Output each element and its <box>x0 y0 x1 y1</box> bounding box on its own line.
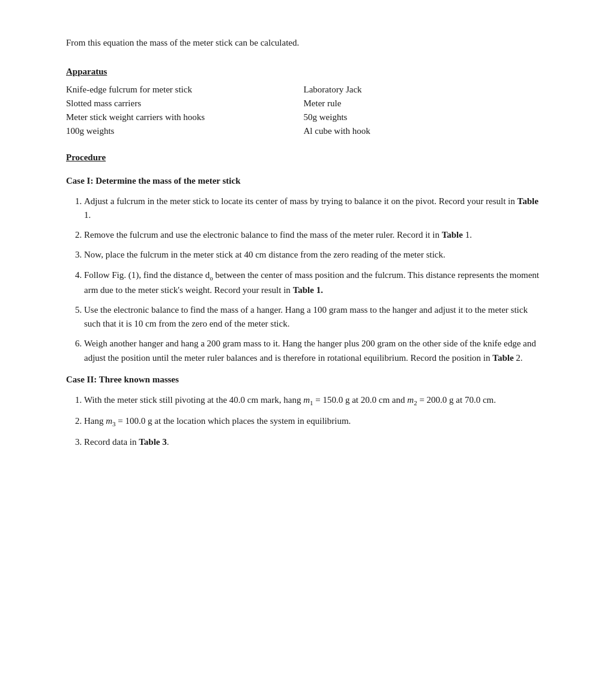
case2-step-3: Record data in Table 3. <box>84 435 541 449</box>
case1-step-5: Use the electronic balance to find the m… <box>84 303 541 331</box>
apparatus-item-left-1: Knife-edge fulcrum for meter stick <box>66 83 304 97</box>
apparatus-item-left-2: Slotted mass carriers <box>66 97 304 110</box>
m3-label: m <box>106 416 112 426</box>
apparatus-item-right-1: Laboratory Jack <box>304 83 542 97</box>
table-ref-2: Table <box>492 353 513 363</box>
apparatus-item-right-4: Al cube with hook <box>304 124 542 138</box>
case1-step-3: Now, place the fulcrum in the meter stic… <box>84 248 541 262</box>
page-container: From this equation the mass of the meter… <box>0 0 589 700</box>
m2-sub: 2 <box>414 399 417 406</box>
apparatus-item-right-3: 50g weights <box>304 110 542 124</box>
case2-heading: Case II: Three known masses <box>66 375 541 385</box>
case1-heading: Case I: Determine the mass of the meter … <box>66 176 541 186</box>
apparatus-row-3: Meter stick weight carriers with hooks 5… <box>66 110 541 124</box>
case1-step-2: Remove the fulcrum and use the electroni… <box>84 228 541 242</box>
intro-text: From this equation the mass of the meter… <box>66 36 541 50</box>
apparatus-section: Apparatus Knife-edge fulcrum for meter s… <box>66 67 541 138</box>
case1-step-6: Weigh another hanger and hang a 200 gram… <box>84 337 541 365</box>
table-ref-3: Table 3 <box>139 437 167 447</box>
case1-steps-list: Adjust a fulcrum in the meter stick to l… <box>84 195 541 365</box>
m2-label: m <box>407 395 414 405</box>
apparatus-item-right-2: Meter rule <box>304 97 542 110</box>
table-ref-1c: Table 1. <box>293 285 323 295</box>
m3-sub: 3 <box>112 420 116 427</box>
m1-sub: 1 <box>310 399 313 406</box>
procedure-section: Procedure Case I: Determine the mass of … <box>66 152 541 450</box>
apparatus-row-1: Knife-edge fulcrum for meter stick Labor… <box>66 83 541 97</box>
case2-step-1: With the meter stick still pivoting at t… <box>84 393 541 408</box>
apparatus-table: Knife-edge fulcrum for meter stick Labor… <box>66 83 541 138</box>
apparatus-row-2: Slotted mass carriers Meter rule <box>66 97 541 110</box>
case1-step-1: Adjust a fulcrum in the meter stick to l… <box>84 195 541 223</box>
m1-label: m <box>303 395 310 405</box>
subscript-o: o <box>210 274 213 282</box>
apparatus-item-left-3: Meter stick weight carriers with hooks <box>66 110 304 124</box>
apparatus-item-left-4: 100g weights <box>66 124 304 138</box>
procedure-heading: Procedure <box>66 152 541 163</box>
case2-steps-list: With the meter stick still pivoting at t… <box>84 393 541 449</box>
case1-section: Case I: Determine the mass of the meter … <box>66 176 541 365</box>
apparatus-heading: Apparatus <box>66 67 541 77</box>
case1-step-4: Follow Fig. (1), find the distance do be… <box>84 268 541 297</box>
table-ref-1b: Table <box>442 230 463 240</box>
case2-step-2: Hang m3 = 100.0 g at the location which … <box>84 414 541 429</box>
case2-section: Case II: Three known masses With the met… <box>66 375 541 449</box>
table-ref-1a: Table <box>518 196 539 206</box>
apparatus-row-4: 100g weights Al cube with hook <box>66 124 541 138</box>
